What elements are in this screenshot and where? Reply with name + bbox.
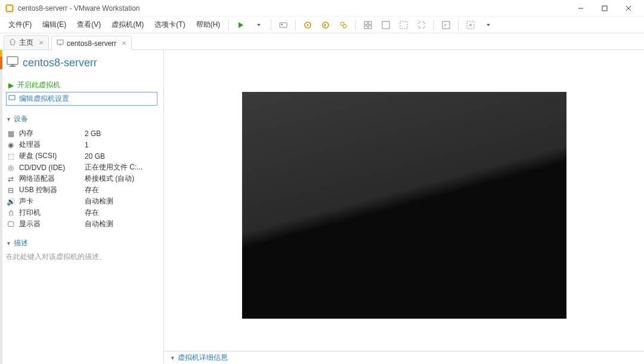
maximize-button[interactable] bbox=[599, 2, 611, 14]
close-button[interactable] bbox=[623, 2, 634, 14]
vm-title: centos8-serverr bbox=[6, 55, 157, 71]
device-sound[interactable]: 🔊声卡自动检测 bbox=[6, 196, 157, 207]
right-panel: ▼ 虚拟机详细信息 bbox=[164, 50, 644, 364]
description-section: ▼ 描述 在此处键入对该虚拟机的描述。 bbox=[6, 238, 157, 262]
play-icon: ▶ bbox=[8, 81, 14, 90]
tab-vm-label: centos8-serverr bbox=[67, 39, 116, 48]
close-icon[interactable]: ✕ bbox=[122, 40, 126, 47]
tab-home[interactable]: 主页 ✕ bbox=[4, 35, 49, 50]
device-network[interactable]: ⇄网络适配器桥接模式 (自动) bbox=[6, 173, 157, 184]
network-icon: ⇄ bbox=[6, 175, 16, 183]
svg-rect-16 bbox=[369, 21, 371, 24]
sound-icon: 🔊 bbox=[6, 198, 16, 206]
edit-settings-label: 编辑虚拟机设置 bbox=[19, 94, 69, 104]
usb-icon: ⊟ bbox=[6, 186, 16, 195]
menu-file[interactable]: 文件(F) bbox=[4, 17, 36, 32]
vm-large-icon bbox=[6, 55, 19, 71]
svg-marker-23 bbox=[487, 24, 490, 26]
tab-home-label: 主页 bbox=[19, 38, 33, 48]
console-button[interactable] bbox=[438, 17, 454, 33]
minimize-button[interactable] bbox=[575, 2, 587, 14]
vm-title-text: centos8-serverr bbox=[23, 57, 97, 69]
power-on-link[interactable]: ▶ 开启此虚拟机 bbox=[6, 78, 157, 92]
svg-rect-18 bbox=[369, 26, 371, 29]
device-cd[interactable]: ◎CD/DVD (IDE)正在使用文件 C:... bbox=[6, 162, 157, 173]
svg-rect-29 bbox=[9, 95, 15, 100]
cpu-icon: ◉ bbox=[6, 141, 16, 149]
power-on-button[interactable] bbox=[233, 17, 249, 33]
tab-vm[interactable]: centos8-serverr ✕ bbox=[51, 36, 132, 50]
window-title: centos8-serverr - VMware Workstation bbox=[18, 4, 575, 13]
cd-icon: ◎ bbox=[6, 164, 16, 172]
device-disk[interactable]: ⬚硬盘 (SCSI)20 GB bbox=[6, 150, 157, 162]
single-view-button[interactable] bbox=[377, 17, 394, 33]
svg-rect-1 bbox=[7, 6, 12, 11]
svg-point-14 bbox=[343, 24, 346, 28]
collapse-icon: ▼ bbox=[6, 116, 11, 122]
menu-vm[interactable]: 虚拟机(M) bbox=[107, 17, 148, 32]
menu-edit[interactable]: 编辑(E) bbox=[38, 17, 71, 32]
svg-rect-9 bbox=[281, 24, 283, 25]
svg-rect-8 bbox=[280, 23, 287, 27]
collapse-icon: ▼ bbox=[6, 240, 11, 246]
svg-marker-7 bbox=[257, 24, 261, 26]
snapshot-button[interactable] bbox=[299, 17, 316, 33]
svg-rect-20 bbox=[400, 21, 407, 29]
description-header[interactable]: ▼ 描述 bbox=[6, 238, 157, 248]
svg-rect-17 bbox=[364, 26, 367, 29]
collapse-icon: ▼ bbox=[170, 355, 175, 361]
display-icon: 🖵 bbox=[6, 220, 16, 229]
device-printer[interactable]: ⎙打印机存在 bbox=[6, 207, 157, 218]
disk-icon: ⬚ bbox=[6, 152, 16, 161]
description-label: 描述 bbox=[14, 238, 28, 248]
device-cpu[interactable]: ◉处理器1 bbox=[6, 139, 157, 150]
memory-icon: ▦ bbox=[6, 129, 16, 138]
close-icon[interactable]: ✕ bbox=[39, 39, 44, 46]
svg-rect-28 bbox=[11, 64, 14, 66]
printer-icon: ⎙ bbox=[6, 209, 16, 217]
fullscreen-dropdown[interactable] bbox=[480, 17, 497, 33]
menu-view[interactable]: 查看(V) bbox=[72, 17, 106, 32]
home-icon bbox=[9, 38, 16, 47]
device-usb[interactable]: ⊟USB 控制器存在 bbox=[6, 184, 157, 196]
details-bar[interactable]: ▼ 虚拟机详细信息 bbox=[164, 351, 644, 364]
svg-rect-26 bbox=[7, 57, 18, 64]
left-panel: centos8-serverr ▶ 开启此虚拟机 编辑虚拟机设置 ▼ 设备 ▦内… bbox=[0, 50, 164, 364]
menubar: 文件(F) 编辑(E) 查看(V) 虚拟机(M) 选项卡(T) 帮助(H) bbox=[0, 17, 644, 33]
devices-section: ▼ 设备 ▦内存2 GB ◉处理器1 ⬚硬盘 (SCSI)20 GB ◎CD/D… bbox=[6, 114, 157, 230]
manage-snapshots-button[interactable] bbox=[335, 17, 352, 33]
preview-container bbox=[164, 50, 644, 351]
revert-snapshot-button[interactable] bbox=[317, 17, 334, 33]
app-icon bbox=[5, 4, 14, 13]
sidebar-accent bbox=[0, 50, 2, 364]
description-placeholder[interactable]: 在此处键入对该虚拟机的描述。 bbox=[6, 252, 157, 262]
svg-rect-27 bbox=[10, 66, 16, 67]
svg-rect-25 bbox=[59, 45, 61, 45]
window-controls bbox=[575, 2, 634, 14]
stretch-button[interactable] bbox=[413, 17, 430, 33]
titlebar: centos8-serverr - VMware Workstation bbox=[0, 0, 644, 17]
devices-header[interactable]: ▼ 设备 bbox=[6, 114, 157, 124]
svg-rect-24 bbox=[57, 40, 63, 44]
settings-icon bbox=[8, 94, 16, 103]
tab-strip: 主页 ✕ centos8-serverr ✕ bbox=[0, 33, 644, 50]
edit-settings-link[interactable]: 编辑虚拟机设置 bbox=[6, 92, 157, 106]
svg-marker-6 bbox=[239, 22, 243, 28]
vm-icon bbox=[57, 39, 64, 48]
device-display[interactable]: 🖵显示器自动检测 bbox=[6, 218, 157, 230]
details-label: 虚拟机详细信息 bbox=[178, 353, 228, 363]
content-area: centos8-serverr ▶ 开启此虚拟机 编辑虚拟机设置 ▼ 设备 ▦内… bbox=[0, 50, 644, 364]
unity-button[interactable] bbox=[395, 17, 412, 33]
menu-tabs[interactable]: 选项卡(T) bbox=[150, 17, 190, 32]
vm-preview[interactable] bbox=[242, 92, 566, 319]
thumbnail-view-button[interactable] bbox=[360, 17, 376, 33]
svg-point-11 bbox=[307, 24, 309, 26]
power-on-label: 开启此虚拟机 bbox=[17, 80, 60, 90]
device-memory[interactable]: ▦内存2 GB bbox=[6, 128, 157, 139]
devices-label: 设备 bbox=[14, 114, 28, 124]
power-dropdown[interactable] bbox=[250, 17, 267, 33]
svg-rect-19 bbox=[382, 21, 389, 29]
fullscreen-button[interactable] bbox=[462, 17, 479, 33]
menu-help[interactable]: 帮助(H) bbox=[191, 17, 225, 32]
send-ctrl-alt-del-button[interactable] bbox=[275, 17, 292, 33]
